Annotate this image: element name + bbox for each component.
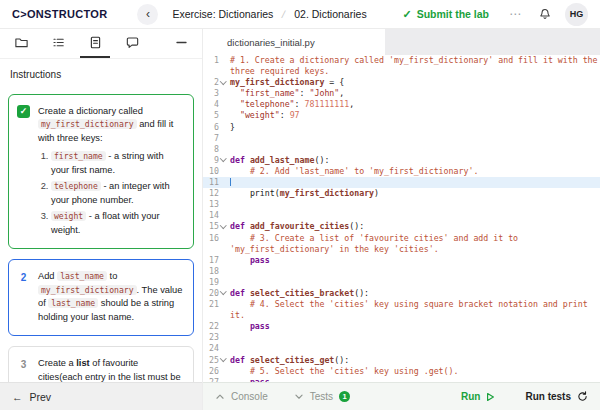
editor-tab-file[interactable]: dictionaries_initial.py	[203, 29, 385, 55]
run-label: Run	[461, 391, 480, 402]
code-line[interactable]: 20def select_cities_bracket():	[203, 288, 600, 299]
code-line-content[interactable]	[228, 133, 600, 144]
app-root: C>ONSTRUCTOR ‹ Exercise: Dictionaries / …	[0, 0, 600, 410]
code-line[interactable]: 3 "first_name": "John",	[203, 88, 600, 99]
tab-instructions[interactable]	[80, 29, 110, 58]
code-line-content[interactable]: print(my_first_dictionary)	[228, 188, 600, 199]
code-line[interactable]: 8	[203, 144, 600, 155]
code-line[interactable]: 23	[203, 332, 600, 343]
code-line-content[interactable]: "first_name": "John",	[228, 88, 600, 99]
main-area: Instructions ✓Create a dictionary called…	[0, 29, 600, 410]
submit-lab-button[interactable]: ✓ Submit the lab	[402, 8, 489, 21]
fold-arrow-icon[interactable]	[219, 355, 228, 366]
tests-toggle[interactable]: Tests 1	[294, 391, 350, 402]
code-line-content[interactable]: def select_cities_get():	[228, 355, 600, 366]
code-line-content[interactable]: my_first_dictionary = {	[228, 77, 600, 88]
tab-steps[interactable]	[43, 29, 73, 58]
fold-arrow-icon[interactable]	[219, 155, 228, 166]
task-key-item: first_name - a string with your first na…	[51, 150, 184, 177]
fold-arrow-icon[interactable]	[219, 288, 228, 299]
code-line-content[interactable]: }	[228, 122, 600, 133]
code-line[interactable]: 18	[203, 266, 600, 277]
code-line[interactable]: 17 pass	[203, 255, 600, 266]
line-number: 25	[203, 355, 219, 366]
instructions-panel: Instructions ✓Create a dictionary called…	[0, 29, 203, 410]
code-line[interactable]: 15def add_favourite_cities():	[203, 221, 600, 232]
gutter: 11	[203, 177, 228, 188]
code-line[interactable]: 13	[203, 199, 600, 210]
task-complete-checkbox[interactable]: ✓	[17, 105, 30, 118]
line-number: 10	[203, 166, 219, 177]
tab-files[interactable]	[6, 29, 36, 58]
code-line[interactable]: 7	[203, 133, 600, 144]
console-toggle[interactable]: Console	[215, 391, 268, 402]
code-line-content[interactable]: "weight": 97	[228, 110, 600, 121]
code-line-content[interactable]: pass	[228, 321, 600, 332]
prev-button[interactable]: ← Prev	[12, 391, 51, 403]
code-line-content[interactable]	[228, 343, 600, 354]
breadcrumb: Exercise: Dictionaries / 02. Dictionarie…	[172, 8, 366, 20]
more-options-button[interactable]: ⋯	[509, 7, 522, 21]
code-area[interactable]: 1# 1. Create a dictionary called 'my_fir…	[203, 55, 600, 382]
code-line-content[interactable]	[228, 199, 600, 210]
code-line-content[interactable]	[228, 177, 600, 188]
code-line[interactable]: 16 # 3. Create a list of 'favourite citi…	[203, 233, 600, 255]
line-number: 20	[203, 288, 219, 299]
gutter: 23	[203, 332, 228, 343]
instruction-card: 2Add last_name to my_first_dictionary. T…	[8, 259, 194, 336]
gutter: 4	[203, 99, 228, 110]
code-line-content[interactable]	[228, 210, 600, 221]
code-line[interactable]: 26 # 5. Select the 'cities' key using .g…	[203, 366, 600, 377]
run-button[interactable]: Run	[461, 391, 495, 402]
fold-arrow-icon[interactable]	[219, 77, 228, 88]
line-number: 2	[203, 77, 219, 88]
code-line[interactable]: 22 pass	[203, 321, 600, 332]
code-line[interactable]: 14	[203, 210, 600, 221]
code-line[interactable]: 6}	[203, 122, 600, 133]
top-bar: C>ONSTRUCTOR ‹ Exercise: Dictionaries / …	[0, 0, 600, 29]
code-line[interactable]: 1# 1. Create a dictionary called 'my_fir…	[203, 55, 600, 77]
folder-icon	[14, 35, 29, 50]
code-line[interactable]: 12 print(my_first_dictionary)	[203, 188, 600, 199]
code-line-active[interactable]: 11	[203, 177, 600, 188]
line-number: 26	[203, 366, 219, 377]
code-line-content[interactable]: "telephone": 781111111,	[228, 99, 600, 110]
line-number: 21	[203, 299, 219, 321]
code-line-content[interactable]	[228, 277, 600, 288]
code-line-content[interactable]	[228, 144, 600, 155]
line-number: 9	[203, 155, 219, 166]
code-line-content[interactable]: def add_last_name():	[228, 155, 600, 166]
code-line[interactable]: 24	[203, 343, 600, 354]
code-line-content[interactable]: pass	[228, 255, 600, 266]
code-line-content[interactable]: def add_favourite_cities():	[228, 221, 600, 232]
editor-tab-bar: dictionaries_initial.py	[203, 29, 600, 55]
code-line[interactable]: 2my_first_dictionary = {	[203, 77, 600, 88]
refresh-icon	[577, 391, 588, 402]
code-line-content[interactable]: # 5. Select the 'cities' key using .get(…	[228, 366, 600, 377]
chevron-down-icon	[294, 393, 304, 400]
code-line-content[interactable]: # 3. Create a list of 'favourite cities'…	[228, 233, 600, 255]
code-line[interactable]: 10 # 2. Add 'last_name' to 'my_first_dic…	[203, 166, 600, 177]
tab-comments[interactable]	[117, 29, 147, 58]
minimize-icon	[175, 36, 188, 49]
code-line-content[interactable]: # 1. Create a dictionary called 'my_firs…	[228, 55, 600, 77]
notifications-button[interactable]	[538, 7, 552, 22]
collapse-panel-button[interactable]	[166, 29, 196, 58]
code-line[interactable]: 19	[203, 277, 600, 288]
code-line[interactable]: 25def select_cities_get():	[203, 355, 600, 366]
fold-arrow-icon[interactable]	[219, 221, 228, 232]
code-line[interactable]: 5 "weight": 97	[203, 110, 600, 121]
avatar[interactable]: HG	[565, 3, 588, 26]
code-line[interactable]: 9def add_last_name():	[203, 155, 600, 166]
code-line[interactable]: 21 # 4. Select the 'cities' key using sq…	[203, 299, 600, 321]
back-button[interactable]: ‹	[137, 4, 158, 25]
code-line-content[interactable]: def select_cities_bracket():	[228, 288, 600, 299]
run-tests-button[interactable]: Run tests	[525, 391, 588, 402]
breadcrumb-exercise[interactable]: Exercise: Dictionaries	[172, 8, 273, 20]
code-line-content[interactable]: # 2. Add 'last_name' to 'my_first_dictio…	[228, 166, 600, 177]
code-editor: dictionaries_initial.py 1# 1. Create a d…	[203, 29, 600, 410]
code-line-content[interactable]: # 4. Select the 'cities' key using squar…	[228, 299, 600, 321]
code-line-content[interactable]	[228, 266, 600, 277]
code-line[interactable]: 4 "telephone": 781111111,	[203, 99, 600, 110]
code-line-content[interactable]	[228, 332, 600, 343]
